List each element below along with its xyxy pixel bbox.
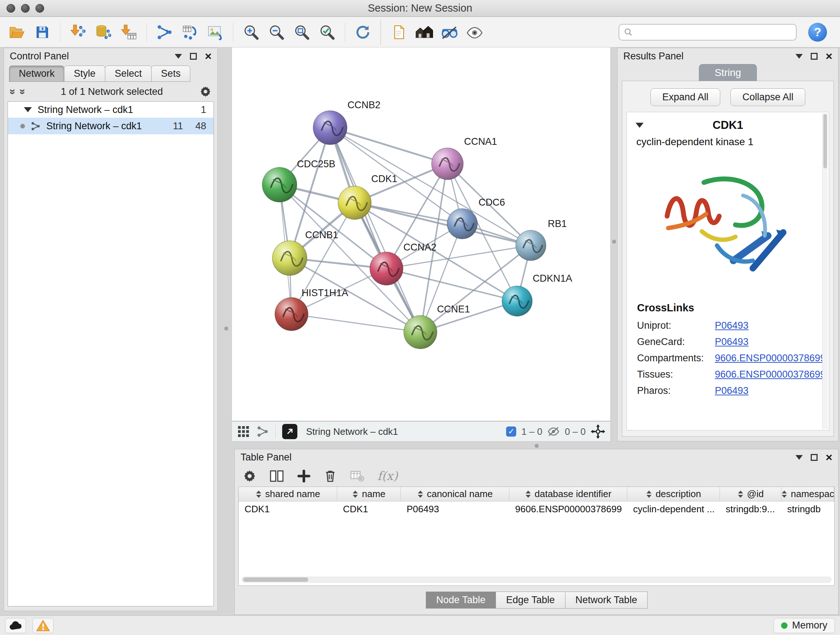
panel-close-icon[interactable]: ×: [826, 50, 832, 62]
zoom-selected-button[interactable]: [316, 21, 338, 44]
grid-view-icon[interactable]: [237, 425, 250, 438]
vertical-splitter-handle[interactable]: [612, 240, 616, 244]
crosshair-icon[interactable]: [591, 424, 605, 439]
control-tab-sets[interactable]: Sets: [151, 65, 190, 82]
collapse-all-networks-icon[interactable]: «: [16, 89, 27, 95]
network-node-CDK1[interactable]: [338, 186, 371, 219]
table-row[interactable]: CDK1CDK1P064939606.ENSP00000378699cyclin…: [239, 501, 834, 516]
control-tab-network[interactable]: Network: [9, 65, 65, 82]
results-scrollbar-thumb[interactable]: [823, 114, 827, 168]
gene-header[interactable]: CDK1: [627, 112, 829, 133]
column-header-database-identifier[interactable]: database identifier: [509, 487, 627, 501]
add-column-icon[interactable]: [297, 469, 311, 483]
memory-button[interactable]: Memory: [774, 618, 835, 633]
horizontal-splitter-handle[interactable]: [535, 444, 538, 448]
network-node-CCNA2[interactable]: [370, 252, 403, 285]
function-builder-icon[interactable]: f(x): [377, 469, 398, 483]
network-options-gear-icon[interactable]: [199, 86, 212, 98]
results-scrollbar[interactable]: [822, 113, 828, 429]
table-scrollbar-thumb[interactable]: [243, 578, 308, 582]
panel-float-icon[interactable]: [811, 53, 818, 60]
collapse-all-button[interactable]: Collapse All: [730, 88, 805, 106]
crosslink-value-link[interactable]: 9606.ENSP00000378699: [715, 369, 826, 380]
zoom-out-button[interactable]: [265, 21, 287, 44]
import-network-database-button[interactable]: [92, 21, 115, 44]
panel-float-icon[interactable]: [190, 53, 197, 60]
table-options-gear-icon[interactable]: [243, 469, 256, 483]
table-tab-edge-table[interactable]: Edge Table: [496, 592, 565, 608]
import-table-file-button[interactable]: [118, 21, 140, 44]
table-tab-node-table[interactable]: Node Table: [426, 592, 496, 608]
network-node-CCNB2[interactable]: [313, 111, 347, 145]
panel-collapse-icon[interactable]: [796, 455, 803, 460]
gene-collapse-icon[interactable]: [636, 123, 644, 128]
help-button[interactable]: ?: [808, 23, 827, 42]
vertical-splitter-handle[interactable]: [224, 326, 228, 331]
minimize-window-button[interactable]: [21, 4, 30, 13]
zoom-in-button[interactable]: [240, 21, 262, 44]
table-horizontal-scrollbar[interactable]: [242, 577, 831, 583]
column-header-namespac[interactable]: namespac: [782, 487, 834, 501]
refresh-button[interactable]: [352, 21, 374, 44]
column-header-description[interactable]: description: [627, 487, 720, 501]
network-node-CCNB1[interactable]: [272, 241, 307, 276]
network-row-selected[interactable]: String Network – cdk1 11 48: [8, 118, 213, 134]
warnings-button[interactable]: [33, 618, 54, 633]
panel-close-icon[interactable]: ×: [826, 451, 832, 463]
save-session-button[interactable]: [31, 21, 54, 44]
tab-string[interactable]: String: [699, 64, 756, 81]
network-collection-row[interactable]: String Network – cdk1 1: [8, 102, 213, 118]
export-image-button[interactable]: [204, 21, 226, 44]
network-node-CDC25B[interactable]: [262, 167, 297, 202]
hidden-eye-slash-icon[interactable]: [547, 426, 560, 437]
show-columns-icon[interactable]: [270, 470, 284, 483]
crosslink-label: Pharos:: [637, 385, 715, 396]
network-node-HIST1H1A[interactable]: [275, 298, 308, 331]
crosslink-value-link[interactable]: P06493: [715, 336, 748, 348]
crosslink-value-link[interactable]: P06493: [715, 385, 748, 396]
network-node-CCNE1[interactable]: [404, 316, 437, 349]
open-session-button[interactable]: [6, 21, 28, 44]
column-header-name[interactable]: name: [337, 487, 401, 501]
table-tab-network-table[interactable]: Network Table: [565, 592, 648, 608]
first-neighbors-button[interactable]: [153, 21, 176, 44]
cloud-button[interactable]: [5, 618, 26, 633]
network-table-button[interactable]: [179, 21, 201, 44]
close-window-button[interactable]: [6, 4, 15, 13]
network-graph[interactable]: CCNB2CCNA1CDC25BCDK1CDC6RB1CCNB1CCNA2CDK…: [232, 48, 610, 421]
network-share-icon[interactable]: [256, 425, 269, 438]
delete-column-trash-icon[interactable]: [324, 469, 337, 483]
tree-expand-icon[interactable]: [24, 107, 32, 112]
network-node-RB1[interactable]: [515, 230, 546, 261]
network-node-CDKN1A[interactable]: [502, 286, 532, 317]
results-panel-title: Results Panel: [623, 51, 796, 62]
maximize-window-button[interactable]: [35, 4, 44, 13]
network-node-CCNA1[interactable]: [431, 148, 463, 180]
open-in-new-window-button[interactable]: [282, 424, 297, 439]
column-header-shared-name[interactable]: shared name: [239, 487, 337, 501]
import-network-file-button[interactable]: [67, 21, 89, 44]
zoom-fit-button[interactable]: [291, 21, 313, 44]
show-graphics-details-button[interactable]: [438, 21, 461, 44]
crosslink-value-link[interactable]: P06493: [715, 320, 748, 331]
expand-all-button[interactable]: Expand All: [651, 88, 721, 106]
panel-float-icon[interactable]: [811, 454, 818, 461]
network-node-label: CDK1: [371, 173, 397, 184]
network-canvas[interactable]: CCNB2CCNA1CDC25BCDK1CDC6RB1CCNB1CCNA2CDK…: [232, 47, 611, 421]
network-node-CDC6[interactable]: [447, 209, 477, 239]
column-header-canonical-name[interactable]: canonical name: [401, 487, 509, 501]
table-toolbar: f(x): [235, 465, 838, 486]
document-button[interactable]: [387, 21, 410, 44]
eye-button[interactable]: [463, 21, 486, 44]
panel-close-icon[interactable]: ×: [205, 50, 212, 62]
home-button[interactable]: [413, 21, 435, 44]
panel-collapse-icon[interactable]: [175, 54, 182, 59]
control-tab-select[interactable]: Select: [105, 65, 152, 82]
panel-collapse-icon[interactable]: [796, 54, 803, 59]
search-input[interactable]: [637, 27, 791, 38]
selected-checkbox-icon[interactable]: ✓: [506, 426, 516, 437]
import-table-file-icon: [120, 24, 137, 41]
column-header--id[interactable]: @id: [720, 487, 782, 501]
crosslink-value-link[interactable]: 9606.ENSP00000378699: [715, 353, 826, 364]
control-tab-style[interactable]: Style: [64, 65, 105, 82]
